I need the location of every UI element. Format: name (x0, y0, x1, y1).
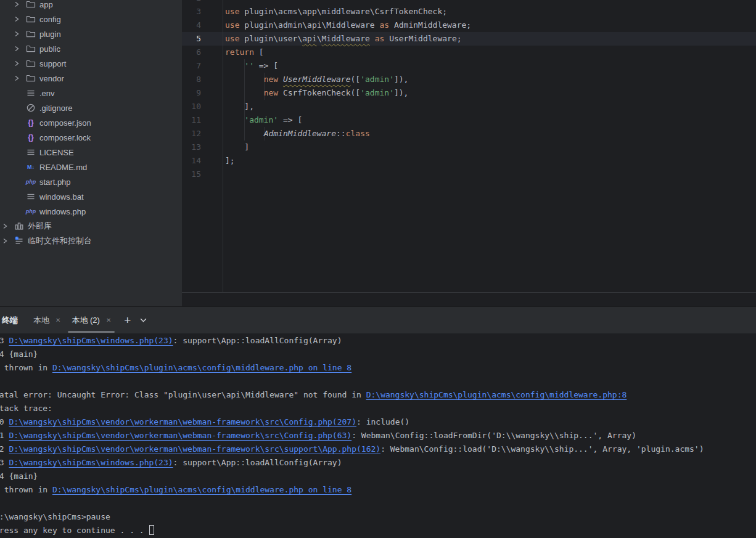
line-number[interactable]: 15 (182, 168, 201, 181)
line-number[interactable]: 3 (182, 5, 201, 18)
terminal-tab-label: 本地 (33, 315, 49, 326)
tree-item-composer-lock[interactable]: {}composer.lock (0, 130, 182, 145)
line-number[interactable]: 14 (182, 154, 201, 168)
code-editor[interactable]: 23use plugin\acms\app\middleware\CsrfTok… (182, 0, 756, 306)
terminal-link[interactable]: D:\wangsky\shipCms\plugin\acms\config\mi… (52, 485, 351, 494)
tree-item-vendor[interactable]: vendor (0, 71, 182, 86)
code-token (225, 88, 264, 97)
terminal-text: #1 (0, 431, 9, 440)
chevron-right-icon[interactable] (1, 222, 9, 230)
terminal-link[interactable]: D:\wangsky\shipCms\windows.php(23) (9, 458, 173, 467)
tree-item-composer-json[interactable]: {}composer.json (0, 115, 182, 130)
chevron-right-icon[interactable] (12, 15, 21, 23)
code-line-4[interactable]: 4use plugin\admin\api\Middleware as Admi… (182, 18, 756, 32)
tree-item-windows-php[interactable]: phpwindows.php (0, 204, 182, 219)
line-number[interactable]: 6 (182, 46, 201, 59)
terminal-text: thrown in (0, 363, 52, 372)
chevron-right-icon[interactable] (12, 59, 21, 68)
code-line-8[interactable]: 8 new UserMiddleware(['admin']), (182, 73, 756, 86)
code-text: AdminMiddleware::class (223, 127, 370, 141)
code-line-5[interactable]: 5use plugin\user\api\Middleware as UserM… (182, 32, 756, 46)
folder-icon (26, 29, 36, 39)
close-icon[interactable]: ✕ (106, 317, 111, 324)
terminal-link[interactable]: D:\wangsky\shipCms\vendor\workerman\webm… (9, 417, 356, 426)
code-line-3[interactable]: 3use plugin\acms\app\middleware\CsrfToke… (182, 5, 756, 18)
braces-icon: {} (26, 118, 36, 128)
terminal-text: : Webman\Config::load('D:\\wangsky\\ship… (380, 444, 704, 454)
tree-item-app[interactable]: app (0, 0, 182, 12)
terminal-options-button[interactable] (139, 316, 147, 324)
code-line-11[interactable]: 11 'admin' => [ (182, 113, 756, 127)
line-number[interactable]: 9 (182, 86, 201, 100)
tree-item-license[interactable]: LICENSE (0, 145, 182, 160)
line-number[interactable]: 2 (182, 0, 201, 5)
text-file-icon (26, 88, 36, 98)
code-text: ]; (223, 154, 235, 168)
tree-item-label: windows.bat (39, 192, 84, 202)
chevron-right-icon[interactable] (12, 74, 21, 83)
line-number[interactable]: 13 (182, 141, 201, 154)
terminal-text: thrown in (0, 485, 52, 494)
tree-indent-spacer (12, 133, 21, 142)
tree-item-plugin[interactable]: plugin (0, 26, 182, 41)
terminal-tab-local-2[interactable]: 本地 (2) ✕ (66, 307, 117, 334)
terminal-text: : include() (356, 417, 409, 426)
code-line-13[interactable]: 13 ] (182, 141, 756, 154)
tree-item-label: plugin (39, 30, 61, 39)
ignore-icon (26, 103, 36, 113)
terminal-link[interactable]: D:\wangsky\shipCms\plugin\acms\config\mi… (366, 390, 627, 399)
tree-item-readme-md[interactable]: M↓README.md (0, 160, 182, 174)
chevron-right-icon[interactable] (12, 30, 21, 38)
code-line-7[interactable]: 7 '' => [ (182, 59, 756, 73)
tree-item-start-php[interactable]: phpstart.php (0, 174, 182, 189)
code-text: ] (223, 141, 249, 154)
code-token: plugin\acms\app\middleware\CsrfTokenChec… (244, 7, 447, 16)
close-icon[interactable]: ✕ (55, 317, 60, 324)
terminal-tab-local[interactable]: 本地 ✕ (28, 307, 66, 334)
tree-item-config[interactable]: config (0, 12, 182, 26)
terminal-text: : Webman\Config::loadFromDir('D:\\wangsk… (351, 431, 636, 440)
line-number[interactable]: 8 (182, 73, 201, 86)
chevron-right-icon[interactable] (1, 237, 9, 245)
chevron-right-icon[interactable] (12, 44, 21, 53)
text-file-icon (26, 192, 36, 202)
line-number[interactable]: 12 (182, 127, 201, 141)
folder-icon (26, 14, 36, 24)
tree-item-label: config (39, 15, 61, 24)
terminal-link[interactable]: D:\wangsky\shipCms\vendor\workerman\webm… (9, 431, 351, 440)
line-number[interactable]: 5 (182, 32, 201, 46)
line-number[interactable]: 10 (182, 100, 201, 113)
terminal-link[interactable]: D:\wangsky\shipCms\vendor\workerman\webm… (9, 444, 380, 454)
tree-item-external-libraries[interactable]: 外部库 (0, 219, 182, 234)
terminal-link[interactable]: D:\wangsky\shipCms\plugin\acms\config\mi… (52, 363, 351, 372)
terminal-link[interactable]: D:\wangsky\shipCms\windows.php(23) (9, 336, 173, 345)
tree-item-public[interactable]: public (0, 41, 182, 56)
line-number[interactable]: 7 (182, 59, 201, 73)
code-line-6[interactable]: 6return [ (182, 46, 756, 59)
chevron-right-icon[interactable] (12, 0, 21, 9)
tree-item-gitignore[interactable]: .gitignore (0, 100, 182, 115)
line-number[interactable]: 4 (182, 18, 201, 32)
code-token: new (264, 75, 278, 84)
terminal-viewport[interactable]: #3 D:\wangsky\shipCms\windows.php(23): s… (0, 333, 756, 537)
gutter-space (201, 18, 223, 32)
code-line-15[interactable]: 15 (182, 168, 756, 181)
tree-item-scratches-and-consoles[interactable]: 临时文件和控制台 (0, 234, 182, 248)
project-tree: appconfigpluginpublicsupportvendor.env.g… (0, 0, 182, 248)
tree-item-env[interactable]: .env (0, 86, 182, 100)
terminal-cursor (149, 525, 154, 535)
code-token: ] (225, 142, 249, 152)
new-terminal-button[interactable]: + (124, 314, 131, 326)
terminal-line: #3 D:\wangsky\shipCms\windows.php(23): s… (0, 334, 756, 348)
code-text: ], (223, 100, 254, 113)
code-token: use (225, 34, 244, 43)
terminal-panel: 终端 本地 ✕ 本地 (2) ✕ + #3 D:\wangsky\shipCms… (0, 306, 756, 538)
code-line-9[interactable]: 9 new CsrfTokenCheck(['admin']), (182, 86, 756, 100)
code-line-10[interactable]: 10 ], (182, 100, 756, 113)
code-line-12[interactable]: 12 AdminMiddleware::class (182, 127, 756, 141)
tree-item-support[interactable]: support (0, 56, 182, 71)
code-line-2[interactable]: 2 (182, 0, 756, 5)
tree-item-windows-bat[interactable]: windows.bat (0, 189, 182, 204)
code-line-14[interactable]: 14]; (182, 154, 756, 168)
line-number[interactable]: 11 (182, 113, 201, 127)
